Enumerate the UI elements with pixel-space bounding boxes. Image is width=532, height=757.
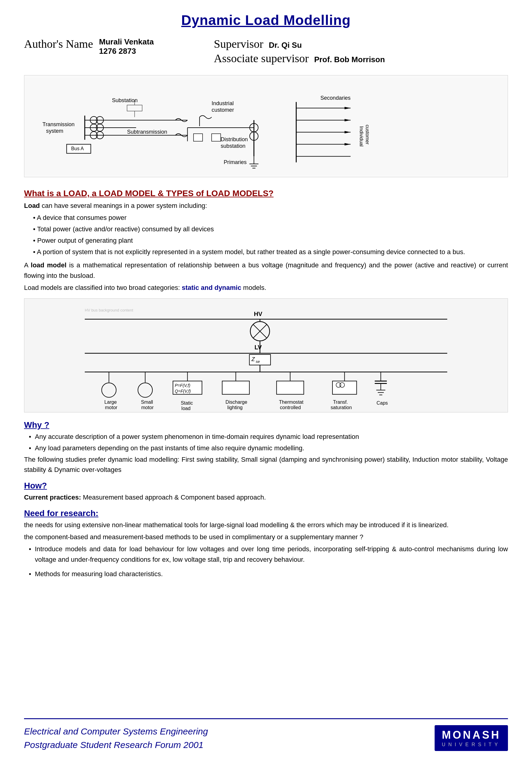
supervisor-label: Supervisor: [214, 37, 264, 50]
svg-text:Small: Small: [141, 399, 153, 405]
need-para1: the needs for using extensive non-linear…: [24, 520, 508, 530]
svg-text:HV: HV: [254, 311, 263, 317]
author-id: 1276 2873: [99, 46, 154, 56]
svg-text:Bus A: Bus A: [71, 146, 84, 151]
svg-text:lighting: lighting: [227, 405, 242, 410]
need-bullet-2: Methods for measuring load characteristi…: [24, 569, 508, 579]
svg-text:Secondaries: Secondaries: [320, 95, 351, 101]
bullet-4: A portion of system that is not explicit…: [33, 247, 508, 257]
section1-para2-text: is a mathematical representation of rela…: [24, 261, 508, 279]
monash-logo: MONASH UNIVERSITY: [435, 725, 508, 751]
svg-text:Transmission: Transmission: [42, 121, 75, 127]
svg-text:Caps: Caps: [377, 400, 388, 406]
why-heading: Why ?: [24, 420, 508, 430]
section1-para3-suffix: models.: [241, 284, 266, 291]
author-block: Author's Name Murali Venkata 1276 2873: [24, 37, 154, 56]
why-bullet-2: Any load parameters depending on the pas…: [24, 443, 508, 453]
svg-text:LV: LV: [255, 344, 262, 350]
how-para1: Current practices: Measurement based app…: [24, 492, 508, 502]
bullet-1: A device that consumes power: [33, 213, 508, 223]
load-model-bold: load model: [31, 261, 66, 269]
bullet-3: Power output of generating plant: [33, 235, 508, 246]
svg-text:Substation: Substation: [112, 97, 137, 103]
svg-text:Discharge: Discharge: [225, 399, 247, 405]
load-model-diagram: HV bus background content HV LV: [24, 298, 508, 412]
load-bold: Load: [24, 202, 40, 209]
section1-bullets: A device that consumes power Total power…: [33, 213, 508, 258]
svg-text:saturation: saturation: [330, 405, 352, 410]
static-dynamic-highlight: static and dynamic: [182, 284, 241, 291]
svg-text:Subtransmission: Subtransmission: [127, 129, 168, 135]
svg-rect-83: [222, 381, 249, 394]
svg-text:Primaries: Primaries: [224, 159, 246, 165]
monash-name: MONASH: [442, 729, 501, 742]
section1-para3: Load models are classified into two broa…: [24, 283, 508, 293]
svg-text:Q=F(V,f): Q=F(V,f): [174, 388, 191, 393]
section1-para2-prefix: A: [24, 261, 31, 269]
supervisor-name: Dr. Qi Su: [269, 41, 302, 50]
svg-text:controlled: controlled: [280, 405, 301, 410]
svg-text:Thermostat: Thermostat: [279, 399, 303, 405]
footer: Electrical and Computer Systems Engineer…: [24, 718, 508, 757]
svg-text:Transf.: Transf.: [333, 399, 348, 405]
need-para2: the component-based and measurement-base…: [24, 532, 508, 542]
svg-text:motor: motor: [105, 405, 117, 410]
power-system-diagram: Transmission system Bus A Substatio: [24, 75, 508, 177]
svg-rect-91: [332, 381, 357, 394]
section1-para1-text: can have several meanings in a power sys…: [40, 202, 207, 209]
footer-text: Electrical and Computer Systems Engineer…: [24, 725, 208, 752]
svg-text:customer: customer: [212, 107, 234, 113]
assoc-supervisor-name: Prof. Bob Morrison: [314, 55, 385, 64]
monash-university: UNIVERSITY: [442, 742, 501, 747]
svg-text:customer: customer: [365, 125, 370, 145]
need-bullet-1: Introduce models and data for load behav…: [24, 544, 508, 564]
svg-text:Industrial: Industrial: [212, 100, 234, 106]
section1-para3-prefix: Load models are classified into two broa…: [24, 284, 182, 291]
svg-text:motor: motor: [141, 405, 154, 410]
svg-text:substation: substation: [221, 143, 245, 149]
svg-text:system: system: [46, 128, 63, 134]
svg-text:HV bus background content: HV bus background content: [85, 308, 133, 313]
current-practices-bold: Current practices:: [24, 494, 81, 501]
footer-line1: Electrical and Computer Systems Engineer…: [24, 725, 208, 738]
svg-text:Static: Static: [181, 400, 193, 406]
svg-text:Distribution: Distribution: [221, 136, 248, 142]
svg-rect-27: [194, 134, 203, 141]
section1-heading: What is a LOAD, a LOAD MODEL & TYPES of …: [24, 189, 508, 198]
bullet-2: Total power (active and/or reactive) con…: [33, 224, 508, 234]
why-para1: The following studies prefer dynamic loa…: [24, 455, 508, 475]
svg-text:Large: Large: [104, 399, 117, 405]
svg-rect-28: [212, 134, 221, 141]
why-bullet-1: Any accurate description of a power syst…: [24, 432, 508, 442]
assoc-supervisor-row: Associate supervisor Prof. Bob Morrison: [214, 52, 385, 65]
svg-rect-87: [276, 381, 303, 394]
svg-text:se: se: [256, 359, 260, 364]
supervisor-block: Supervisor Dr. Qi Su Associate superviso…: [214, 37, 385, 66]
author-name: Murali Venkata: [99, 37, 154, 46]
assoc-supervisor-label: Associate supervisor: [214, 52, 309, 65]
how-para1-text: Measurement based approach & Component b…: [81, 494, 266, 501]
header-row: Author's Name Murali Venkata 1276 2873 S…: [24, 37, 508, 66]
page-title: Dynamic Load Modelling: [24, 12, 508, 28]
svg-text:Individual: Individual: [359, 126, 364, 147]
need-heading: Need for research:: [24, 509, 508, 518]
svg-text:P=F(V,f): P=F(V,f): [174, 383, 190, 387]
author-label: Author's Name: [24, 37, 93, 50]
section1-para1: Load can have several meanings in a powe…: [24, 201, 508, 211]
section1-para2: A load model is a mathematical represent…: [24, 260, 508, 281]
supervisor-row: Supervisor Dr. Qi Su: [214, 37, 302, 50]
svg-text:load: load: [181, 406, 191, 411]
how-heading: How?: [24, 481, 508, 491]
svg-text:Z: Z: [251, 356, 255, 362]
monash-logo-content: MONASH UNIVERSITY: [442, 729, 501, 747]
footer-line2: Postgraduate Student Research Forum 2001: [24, 738, 208, 752]
author-details: Murali Venkata 1276 2873: [99, 37, 154, 56]
